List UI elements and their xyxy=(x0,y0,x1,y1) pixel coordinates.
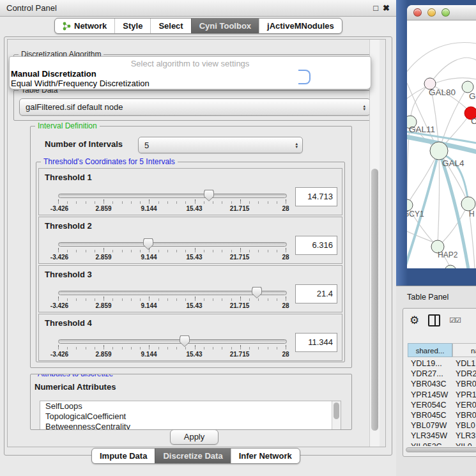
control-panel-titlebar: Control Panel □ ✖ xyxy=(0,0,396,17)
table-data-combobox[interactable]: galFiltered.sif default node ▴▾ xyxy=(19,98,371,116)
node-label: HAP2 xyxy=(438,250,457,259)
table-row[interactable]: YBR045CYBR0 xyxy=(408,410,476,420)
slider-ticks xyxy=(58,298,286,301)
spinner-arrows-icon: ▴▾ xyxy=(295,142,298,148)
list-item[interactable]: TopologicalCoefficient xyxy=(40,411,341,422)
node-label: C xyxy=(471,116,476,126)
tab-style[interactable]: Style xyxy=(114,19,150,33)
table-row[interactable]: YER054CYER0 xyxy=(408,400,476,410)
network-canvas[interactable]: GAL80 G C GAL11 GAL4 GCY1 H HAP2 xyxy=(407,20,476,268)
tab-jactivemnodules[interactable]: jActiveMNodules xyxy=(259,19,342,33)
control-panel: Control Panel □ ✖ Network Style xyxy=(0,0,396,476)
zoom-traffic-light[interactable] xyxy=(441,8,450,17)
threshold-3-row: Threshold 3 -3.426 2.859 9.144 15.43 xyxy=(38,265,342,312)
table-row[interactable]: YBR043CYBR0 xyxy=(408,379,476,389)
table-body: YDL19...YDL1 YDR27...YDR2 YBR043CYBR0 YP… xyxy=(408,358,476,446)
network-window: GAL80 G C GAL11 GAL4 GCY1 H HAP2 xyxy=(407,5,476,268)
threshold-1-value-field[interactable]: 14.713 xyxy=(295,187,337,206)
threshold-2-value-field[interactable]: 6.316 xyxy=(295,236,337,255)
table-panel-title: Table Panel xyxy=(407,293,449,302)
table-row[interactable]: YPR145WYPR1 xyxy=(408,390,476,400)
threshold-2-row: Threshold 2 -3.426 2.859 9.144 15.43 xyxy=(38,217,342,264)
network-graph xyxy=(407,20,476,268)
node-label: GAL11 xyxy=(409,125,435,134)
select-columns-icon[interactable]: ☑☑ xyxy=(449,316,461,325)
interval-definition-group: Interval Definition Number of Intervals … xyxy=(30,126,352,368)
threshold-3-value-field[interactable]: 21.4 xyxy=(295,284,337,303)
table-data-group: Table Data galFiltered.sif default node … xyxy=(13,90,376,121)
panel-vertical-scrollbar[interactable] xyxy=(369,40,380,447)
table-horizontal-scrollbar[interactable] xyxy=(406,447,476,453)
minimize-traffic-light[interactable] xyxy=(427,8,436,17)
number-of-intervals-combobox[interactable]: 5 ▴▾ xyxy=(138,137,303,153)
node-label: G xyxy=(469,91,476,101)
panel-title: Control Panel xyxy=(0,3,57,13)
thresholds-group: Threshold's Coordinates for 5 Intervals … xyxy=(36,162,345,362)
threshold-3-slider[interactable] xyxy=(58,291,287,295)
number-of-intervals-label: Number of Intervals xyxy=(45,139,123,149)
close-icon[interactable]: ✖ xyxy=(383,0,390,16)
algorithm-combo-focus-fragment xyxy=(298,70,311,84)
threshold-4-row: Threshold 4 -3.426 2.859 9.144 15.43 xyxy=(38,314,342,361)
threshold-3-label: Threshold 3 xyxy=(45,270,92,279)
numerical-attributes-list: SelfLoops TopologicalCoefficient Between… xyxy=(40,401,341,430)
attributes-group: Attributes to discretize Numerical Attri… xyxy=(30,374,352,430)
network-view-frame: GAL80 G C GAL11 GAL4 GCY1 H HAP2 xyxy=(396,0,476,286)
algorithm-option-manual[interactable]: Manual Discretization xyxy=(10,69,371,79)
table-row[interactable]: YDL19...YDL1 xyxy=(408,358,476,369)
tab-network-label: Network xyxy=(74,21,107,31)
table-row[interactable]: YIL052CYIL0 xyxy=(408,441,476,447)
tab-infer-network[interactable]: Infer Network xyxy=(231,449,300,463)
node-label: GCY1 xyxy=(407,210,424,219)
slider-ticks xyxy=(58,347,286,349)
algorithm-option-equal-width[interactable]: Equal Width/Frequency Discretization xyxy=(10,79,371,88)
interval-definition-label: Interval Definition xyxy=(35,121,100,130)
table-data-value: galFiltered.sif default node xyxy=(26,102,123,112)
column-header-name[interactable]: na xyxy=(452,343,476,357)
tab-network[interactable]: Network xyxy=(55,19,114,33)
thresholds-group-label: Threshold's Coordinates for 5 Intervals xyxy=(41,157,178,166)
node-label: GAL80 xyxy=(429,88,456,97)
threshold-4-slider[interactable] xyxy=(58,339,287,344)
tab-select[interactable]: Select xyxy=(150,19,190,33)
split-view-icon[interactable] xyxy=(428,314,440,326)
control-panel-tab-bar: Network Style Select Cyni Toolbox jActiv… xyxy=(54,18,342,34)
attributes-list-scrollbar[interactable] xyxy=(332,401,341,430)
table-panel-box: ⚙ ☑☑ shared... na YDL19...YDL1 YDR27...Y… xyxy=(403,308,476,457)
list-item[interactable]: SelfLoops xyxy=(40,401,341,411)
column-header-shared-name[interactable]: shared... xyxy=(408,343,452,357)
threshold-2-slider[interactable] xyxy=(58,242,287,247)
algorithm-placeholder: Select algorithm to view settings xyxy=(10,57,371,69)
slider-ticks xyxy=(58,201,286,204)
network-icon xyxy=(63,22,71,31)
attributes-group-label: Attributes to discretize xyxy=(35,374,116,378)
table-row[interactable]: YBL079WYBL0 xyxy=(408,420,476,431)
discretize-scroll-area: Discretization Algorithm Select algorith… xyxy=(7,39,386,447)
threshold-4-value-field[interactable]: 11.344 xyxy=(295,333,337,352)
threshold-1-row: Threshold 1 -3.426 2.859 9.144 15.43 xyxy=(38,168,342,215)
slider-ticks xyxy=(58,250,286,252)
threshold-1-slider[interactable] xyxy=(58,194,287,198)
threshold-1-label: Threshold 1 xyxy=(45,173,92,182)
table-toolbar: ⚙ ☑☑ xyxy=(403,309,476,332)
table-panel: Table Panel ⚙ ☑☑ shared... na YDL19...YD… xyxy=(396,286,476,476)
tab-impute-data[interactable]: Impute Data xyxy=(92,449,155,463)
tab-cyni-toolbox[interactable]: Cyni Toolbox xyxy=(191,19,259,33)
apply-button[interactable]: Apply xyxy=(170,429,219,445)
network-window-titlebar[interactable] xyxy=(407,5,476,20)
table-row[interactable]: YDR27...YDR2 xyxy=(408,369,476,379)
numerical-attributes-label: Numerical Attributes xyxy=(35,382,116,392)
gear-icon[interactable]: ⚙ xyxy=(410,314,419,327)
table-row[interactable]: YLR345WYLR3 xyxy=(408,431,476,441)
close-traffic-light[interactable] xyxy=(413,8,422,17)
threshold-4-label: Threshold 4 xyxy=(45,318,92,328)
number-of-intervals-value: 5 xyxy=(144,141,149,150)
spinner-arrows-icon: ▴▾ xyxy=(363,104,365,111)
tab-discretize-data[interactable]: Discretize Data xyxy=(155,449,230,463)
threshold-2-label: Threshold 2 xyxy=(45,221,92,231)
cyni-bottom-tab-bar: Impute Data Discretize Data Infer Networ… xyxy=(91,448,300,464)
algorithm-dropdown-popup: Select algorithm to view settings Manual… xyxy=(9,56,371,89)
float-icon[interactable]: □ xyxy=(373,0,378,16)
table-header: shared... na xyxy=(408,343,476,358)
node-label: H xyxy=(469,210,475,219)
